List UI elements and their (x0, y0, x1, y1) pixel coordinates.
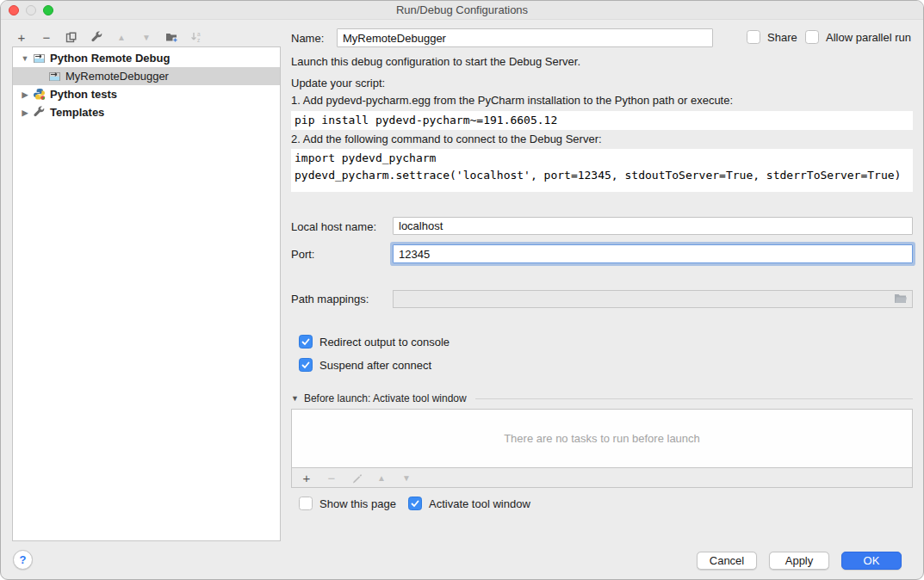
show-this-page-checkbox[interactable] (299, 497, 313, 510)
svg-text:z: z (197, 37, 200, 43)
share-checkbox[interactable] (747, 30, 760, 44)
tree-expand-icon[interactable]: ▶ (20, 90, 30, 99)
local-host-name-label: Local host name: (291, 220, 376, 233)
wrench-icon (33, 106, 46, 119)
python-tests-icon (33, 88, 46, 101)
run-debug-configurations-dialog: Run/Debug Configurations + − ▲ ▼ az ▼ (0, 0, 924, 580)
tree-expand-icon[interactable]: ▼ (20, 54, 30, 63)
before-launch-task-list: There are no tasks to run before launch (291, 409, 913, 468)
before-launch-header[interactable]: ▼ Before launch: Activate tool window (291, 392, 913, 404)
move-down-icon: ▼ (140, 30, 153, 44)
window-title: Run/Debug Configurations (1, 3, 923, 16)
show-this-page-label: Show this page (319, 497, 396, 510)
cancel-button[interactable]: Cancel (697, 552, 757, 570)
minimize-window-button (26, 5, 36, 15)
step2-text: 2. Add the following command to connect … (291, 133, 602, 145)
sidebar-toolbar: + − ▲ ▼ az (15, 28, 203, 46)
tree-expand-icon[interactable]: ▶ (20, 108, 30, 117)
settrace-code: import pydevd_pycharm pydevd_pycharm.set… (291, 149, 913, 192)
allow-parallel-run-label: Allow parallel run (826, 31, 911, 44)
port-input[interactable] (393, 244, 913, 263)
dialog-footer: ? Cancel Apply OK (1, 541, 923, 579)
tree-item-label: MyRemoteDebugger (65, 70, 169, 83)
tree-item-python-tests[interactable]: ▶ Python tests (13, 85, 280, 103)
svg-text:a: a (197, 31, 201, 37)
ok-button[interactable]: OK (841, 552, 902, 570)
tree-item-myremotedebugger[interactable]: MyRemoteDebugger (13, 67, 280, 85)
remote-debug-config-icon (48, 70, 61, 83)
tree-item-label: Python Remote Debug (50, 52, 170, 65)
remove-task-icon: − (325, 471, 338, 484)
edit-task-icon (350, 471, 363, 484)
suspend-after-connect-checkbox[interactable] (299, 358, 313, 372)
step1-text: 1. Add pydevd-pycharm.egg from the PyCha… (291, 94, 733, 107)
zoom-window-button[interactable] (43, 5, 53, 15)
update-script-text: Update your script: (291, 77, 385, 89)
path-mappings-field (393, 290, 913, 308)
title-bar: Run/Debug Configurations (1, 1, 923, 20)
tree-item-templates[interactable]: ▶ Templates (13, 103, 280, 121)
browse-folder-icon[interactable] (894, 293, 908, 306)
remove-configuration-icon[interactable]: − (40, 30, 53, 44)
copy-configuration-icon[interactable] (65, 30, 78, 44)
name-input[interactable] (337, 28, 713, 47)
help-button[interactable]: ? (13, 550, 33, 570)
pip-install-code: pip install pydevd-pycharm~=191.6605.12 (291, 111, 913, 130)
move-task-up-icon: ▲ (375, 471, 388, 484)
empty-tasks-text: There are no tasks to run before launch (504, 432, 700, 445)
redirect-output-checkbox[interactable] (299, 335, 313, 349)
move-task-down-icon: ▼ (400, 471, 413, 484)
add-task-icon[interactable]: + (300, 471, 313, 484)
tree-item-label: Python tests (50, 88, 117, 101)
configuration-form: Name: Share Allow parallel run Launch th… (291, 20, 913, 580)
close-window-button[interactable] (9, 5, 19, 15)
before-launch-title: Before launch: Activate tool window (304, 392, 467, 404)
configurations-tree: ▼ Python Remote Debug MyRemoteDebugger ▶… (12, 46, 281, 541)
path-mappings-label: Path mappings: (291, 293, 369, 305)
port-label: Port: (291, 248, 314, 261)
share-label: Share (767, 31, 797, 44)
before-launch-toolbar: + − ▲ ▼ (291, 468, 913, 488)
suspend-after-connect-label: Suspend after connect (319, 359, 431, 372)
add-configuration-icon[interactable]: + (15, 30, 28, 44)
activate-tool-window-label: Activate tool window (429, 497, 530, 510)
remote-debug-config-icon (33, 52, 46, 65)
apply-button[interactable]: Apply (769, 552, 829, 570)
divider (475, 398, 913, 399)
allow-parallel-run-checkbox[interactable] (805, 30, 819, 44)
intro-text: Launch this debug configuration to start… (291, 55, 580, 68)
sort-alphabetically-icon: az (189, 30, 203, 44)
name-label: Name: (291, 32, 324, 45)
activate-tool-window-checkbox[interactable] (408, 497, 422, 510)
move-up-icon: ▲ (115, 30, 128, 44)
tree-item-python-remote-debug[interactable]: ▼ Python Remote Debug (13, 49, 280, 67)
local-host-name-input[interactable] (393, 217, 913, 235)
tree-item-label: Templates (50, 106, 104, 119)
redirect-output-label: Redirect output to console (319, 336, 450, 349)
edit-templates-icon[interactable] (90, 30, 103, 44)
new-folder-icon[interactable] (164, 30, 178, 44)
collapse-icon[interactable]: ▼ (291, 394, 299, 403)
sidebar: + − ▲ ▼ az ▼ Python Remote D (1, 20, 291, 579)
